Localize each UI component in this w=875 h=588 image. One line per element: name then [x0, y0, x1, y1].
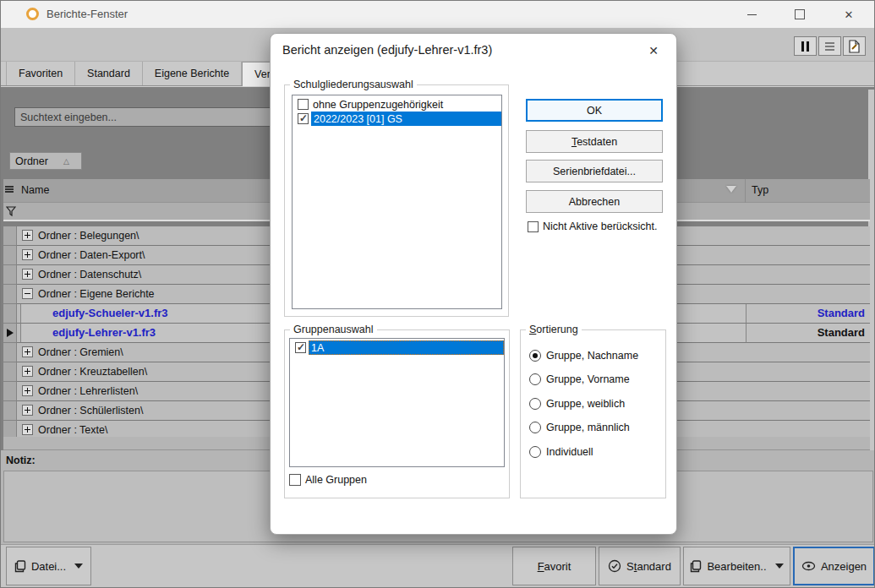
anzeigen-button[interactable]: Anzeigen — [793, 547, 875, 585]
menu-lines-button[interactable] — [818, 36, 841, 56]
radio-gruppe-weiblich[interactable]: Gruppe, weiblich — [529, 398, 625, 410]
window-title: Berichte-Fenster — [46, 8, 128, 20]
radio-icon — [529, 446, 541, 458]
favorit-button[interactable]: Favorit — [512, 547, 596, 585]
sortierung-groupbox: Sortierung Gruppe, Nachname Gruppe, Vorn… — [520, 329, 666, 498]
tab-eigene-berichte[interactable]: Eigene Berichte — [143, 62, 242, 85]
radio-gruppe-vorname[interactable]: Gruppe, Vorname — [529, 373, 630, 385]
minimize-button[interactable] — [732, 1, 771, 28]
dropdown-arrow-icon — [74, 564, 83, 569]
serienbriefdatei-button[interactable]: Serienbriefdatei... — [526, 160, 663, 182]
close-button[interactable] — [829, 1, 868, 28]
radio-icon — [529, 398, 541, 410]
schulgliederung-listbox[interactable]: ohne Gruppenzugehörigkeit 2022/2023 [01]… — [292, 95, 502, 309]
title-bar: Berichte-Fenster — [1, 1, 875, 28]
checkbox-unchecked-icon — [289, 474, 301, 486]
pdf-preview-button[interactable] — [843, 36, 866, 56]
file-copy-icon — [690, 560, 702, 573]
tab-standard[interactable]: Standard — [75, 62, 143, 85]
pdf-preview-icon — [849, 40, 860, 53]
pause-icon — [801, 41, 809, 52]
check-circle-icon — [608, 559, 621, 573]
dropdown-arrow-icon — [775, 564, 784, 569]
app-icon — [26, 8, 39, 20]
abbrechen-button[interactable]: Abbrechen — [526, 190, 663, 213]
radio-gruppe-maennlich[interactable]: Gruppe, männlich — [529, 422, 630, 433]
radio-icon — [529, 422, 541, 433]
bearbeiten-button[interactable]: Bearbeiten.. — [683, 547, 790, 585]
checkbox-unchecked-icon[interactable] — [298, 99, 309, 110]
radio-individuell[interactable]: Individuell — [529, 446, 593, 458]
file-copy-icon — [14, 560, 26, 573]
checkbox-checked-icon[interactable] — [295, 342, 306, 353]
dialog-title: Bericht anzeigen (edjufy-Lehrer-v1.fr3) — [282, 43, 492, 57]
bottom-bar: Datei... Favorit Standard Bearbeiten.. — [1, 544, 875, 588]
list-item[interactable]: ohne Gruppenzugehörigkeit — [294, 97, 500, 112]
sortierung-legend: Sortierung — [526, 324, 582, 335]
list-item-selected[interactable]: 1A — [292, 340, 504, 355]
pause-button[interactable] — [794, 36, 817, 56]
ok-button[interactable]: OK — [526, 99, 663, 122]
berichte-fenster-window: Berichte-Fenster Favoriten Standard Eige… — [0, 0, 875, 588]
schulgliederung-legend: Schulgliederungsauswahl — [290, 79, 417, 90]
nicht-aktive-checkbox[interactable]: Nicht Aktive berücksicht. — [528, 220, 657, 232]
radio-icon — [529, 373, 541, 385]
dialog-close-icon[interactable] — [643, 41, 664, 61]
gruppen-listbox[interactable]: 1A — [289, 338, 505, 467]
bericht-anzeigen-dialog: Bericht anzeigen (edjufy-Lehrer-v1.fr3) … — [270, 33, 677, 535]
checkbox-checked-icon[interactable] — [298, 113, 309, 124]
testdaten-button[interactable]: Testdaten — [526, 130, 663, 153]
list-item-selected[interactable]: 2022/2023 [01] GS — [294, 112, 501, 126]
datei-button[interactable]: Datei... — [6, 547, 91, 585]
menu-lines-icon — [825, 41, 834, 52]
tab-favoriten[interactable]: Favoriten — [6, 62, 75, 85]
alle-gruppen-checkbox[interactable]: Alle Gruppen — [289, 474, 367, 486]
gruppen-legend: Gruppenauswahl — [290, 324, 377, 335]
maximize-button[interactable] — [780, 1, 819, 28]
radio-selected-icon — [529, 350, 541, 362]
radio-gruppe-nachname[interactable]: Gruppe, Nachname — [529, 350, 638, 362]
eye-icon — [801, 561, 816, 572]
checkbox-unchecked-icon — [528, 221, 539, 232]
standard-button[interactable]: Standard — [599, 547, 681, 585]
